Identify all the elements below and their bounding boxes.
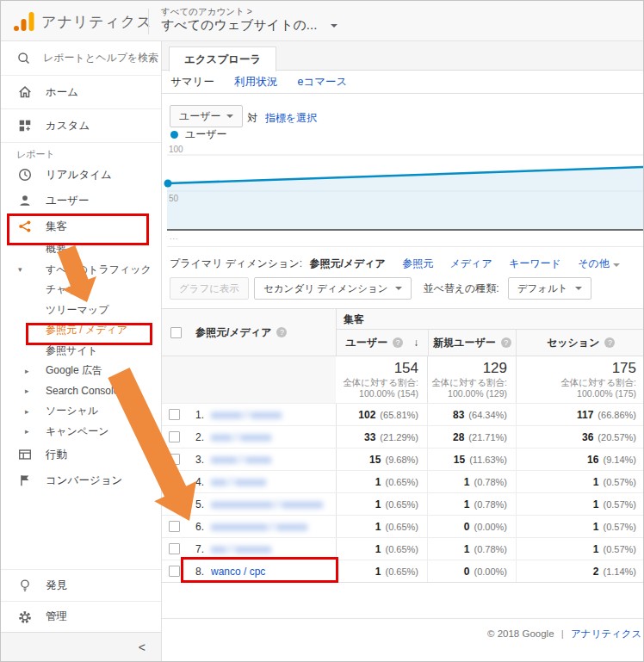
sort-type-button[interactable]: デフォルト	[508, 277, 591, 300]
sidebar-item-referrals[interactable]: 参照サイト	[1, 341, 161, 362]
data-point[interactable]	[164, 180, 172, 188]
help-icon[interactable]: ?	[276, 327, 287, 337]
search-placeholder: レポートとヘルプを検索	[43, 51, 158, 65]
dimension-more[interactable]: その他	[578, 257, 620, 269]
help-icon[interactable]: ?	[393, 337, 403, 348]
metric-dropdown[interactable]: ユーザー	[170, 105, 243, 127]
analytics-home-link[interactable]: アナリティクス ホーム	[571, 628, 644, 639]
metric-value: 1	[593, 476, 599, 488]
chevron-right-icon[interactable]: ▸	[1, 427, 46, 436]
table-header: 参照元/メディア ? 集客 ユーザー ? ↓ 新規ユーザー ?	[162, 309, 644, 356]
source-medium-link[interactable]: wanco / cpc	[211, 566, 265, 578]
row-checkbox[interactable]	[169, 409, 180, 420]
chevron-right-icon[interactable]: ▸	[1, 407, 46, 416]
tab-explorer[interactable]: エクスプローラ	[169, 46, 276, 71]
table-row: 6.xxxxxxxxxxx / xxxxxx1(0.65%)0(0.00%)1(…	[162, 515, 644, 537]
chevron-right-icon[interactable]: ▸	[1, 387, 46, 395]
sidebar-item-custom[interactable]: カスタム	[1, 109, 161, 143]
plot-rows-button[interactable]: グラフに表示	[170, 277, 249, 300]
chevron-down-icon	[613, 263, 620, 267]
row-checkbox[interactable]	[169, 566, 180, 577]
metric-percent: (0.65%)	[385, 522, 418, 532]
collapse-sidebar-icon[interactable]: <	[139, 640, 146, 654]
dimension-source[interactable]: 参照元	[402, 257, 433, 269]
row-checkbox[interactable]	[169, 521, 180, 532]
row-checkbox[interactable]	[169, 543, 180, 554]
subnav-usage[interactable]: 利用状況	[234, 76, 277, 88]
dimension-keyword[interactable]: キーワード	[509, 257, 561, 269]
dimension-medium[interactable]: メディア	[450, 257, 492, 269]
primary-dimension-bar: プライマリ ディメンション: 参照元/メディア 参照元 メディア キーワード そ…	[170, 257, 620, 271]
sidebar-item-realtime[interactable]: リアルタイム	[1, 162, 161, 188]
sidebar-item-treemaps[interactable]: ツリーマップ	[1, 300, 161, 321]
source-medium-link[interactable]: xxxxxxxxxxxx / xxxxxxxx	[211, 498, 323, 510]
sidebar-item-google-ads[interactable]: ▸Google 広告	[1, 361, 161, 381]
row-checkbox[interactable]	[169, 476, 180, 487]
sidebar-item-campaigns[interactable]: ▸キャンペーン	[1, 422, 161, 442]
metric-percent: (0.65%)	[385, 477, 418, 487]
row-checkbox[interactable]	[169, 431, 180, 442]
row-checkbox[interactable]	[169, 454, 180, 465]
sidebar-item-label: Google 広告	[46, 363, 102, 378]
page-footer: © 2018 Google | アナリティクス ホーム | 利用規約	[487, 628, 644, 640]
sidebar-item-home[interactable]: ホーム	[1, 76, 161, 109]
search-input[interactable]: レポートとヘルプを検索	[1, 41, 161, 76]
metric-value: 28	[453, 431, 464, 443]
column-header-users[interactable]: ユーザー ? ↓	[337, 330, 428, 356]
subnav-ecommerce[interactable]: eコマース	[298, 76, 348, 88]
sidebar-item-conversions[interactable]: コンバージョン	[1, 467, 161, 493]
sidebar-item-source-medium[interactable]: 参照元 / メディア	[1, 320, 161, 341]
sidebar-item-search-console[interactable]: ▸Search Console	[1, 381, 161, 402]
metric-percent: (0.78%)	[474, 477, 507, 487]
metric-value: 2	[593, 566, 599, 578]
chevron-right-icon[interactable]: ▸	[1, 367, 46, 375]
sidebar-item-audience[interactable]: ユーザー	[1, 188, 161, 213]
metric-value: 15	[454, 454, 465, 466]
sidebar-item-admin[interactable]: 管理	[1, 601, 161, 632]
source-medium-link[interactable]: xxx / xxxxxx	[211, 476, 266, 488]
source-medium-link[interactable]: xxxx / xxxxxx	[211, 431, 271, 443]
sessions-cell: 36(20.57%)	[516, 426, 644, 448]
row-checkbox[interactable]	[169, 498, 180, 510]
sidebar-item-all-traffic[interactable]: ▾すべてのトラフィック	[1, 260, 161, 281]
sidebar-item-behavior[interactable]: 行動	[1, 442, 161, 467]
metric-value: 1	[375, 543, 381, 555]
sidebar-item-acquisition[interactable]: 集客	[1, 213, 161, 239]
sidebar-item-discover[interactable]: 発見	[1, 570, 161, 601]
row-rank: 5.	[187, 498, 204, 510]
secondary-dimension-button[interactable]: セカンダリ ディメンション	[254, 277, 411, 300]
sidebar-section-label: レポート	[1, 143, 161, 162]
sidebar-item-label: Search Console	[46, 385, 119, 397]
help-icon[interactable]: ?	[501, 337, 511, 348]
select-metric-link[interactable]: 指標を選択	[265, 111, 317, 126]
users-cell: 1(0.65%)	[336, 471, 427, 492]
source-medium-cell: 3.xxxxx / xxxxx	[187, 449, 336, 470]
column-header-sessions[interactable]: セッション ?	[516, 330, 644, 356]
chevron-down-icon	[395, 287, 402, 290]
custom-icon	[16, 117, 34, 134]
row-rank: 8.	[187, 566, 204, 578]
ytick-50: 50	[169, 194, 179, 203]
row-checkbox-cell	[162, 404, 187, 425]
chevron-down-icon[interactable]: ▾	[1, 265, 46, 274]
sidebar-item-channels[interactable]: チャネル	[1, 280, 161, 300]
property-selector[interactable]: すべてのウェブサイトの...	[161, 17, 337, 34]
source-medium-cell: 6.xxxxxxxxxxx / xxxxxx	[187, 516, 336, 537]
source-medium-cell: 5.xxxxxxxxxxxx / xxxxxxxx	[187, 493, 336, 515]
source-medium-link[interactable]: xxx / xxxxxxx	[211, 543, 271, 555]
column-header-new-users[interactable]: 新規ユーザー ?	[428, 330, 517, 356]
search-icon	[16, 51, 31, 65]
metric-percent: (66.86%)	[598, 410, 636, 420]
select-all-checkbox[interactable]	[170, 327, 182, 338]
source-medium-link[interactable]: xxxxxxxxxxx / xxxxxx	[211, 521, 307, 533]
source-medium-link[interactable]: xxxxxx / xxxxxx	[211, 409, 282, 421]
row-rank: 1.	[187, 409, 204, 421]
row-rank: 3.	[187, 454, 204, 466]
sidebar-item-social[interactable]: ▸ソーシャル	[1, 401, 161, 422]
source-medium-link[interactable]: xxxxx / xxxxx	[211, 454, 271, 466]
breadcrumb: すべてのアカウント >	[161, 6, 252, 18]
dimension-header-cell[interactable]: 参照元/メディア ?	[162, 309, 336, 356]
subnav-summary[interactable]: サマリー	[170, 76, 214, 88]
help-icon[interactable]: ?	[604, 337, 615, 348]
sidebar-item-overview[interactable]: 概要	[1, 239, 161, 260]
